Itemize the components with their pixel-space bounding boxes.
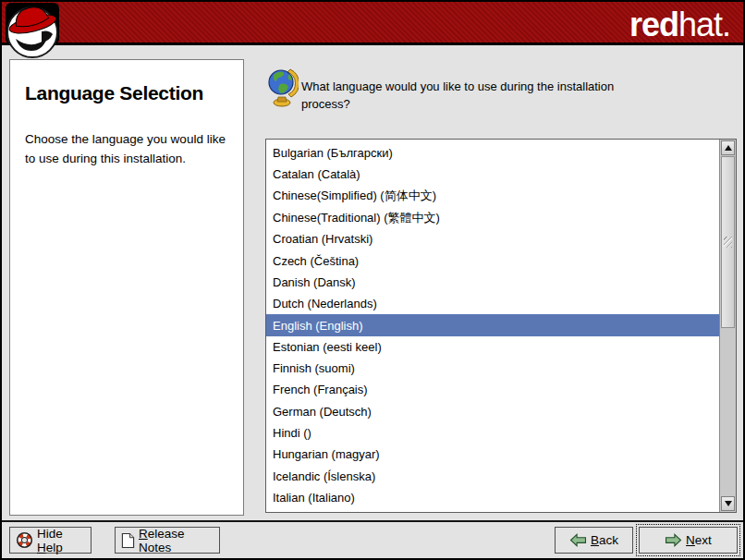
banner: redhat.: [2, 2, 743, 45]
button-label: Back: [591, 533, 618, 547]
help-panel: Language Selection Choose the language y…: [9, 59, 244, 516]
back-arrow-icon: [569, 533, 587, 547]
language-row[interactable]: Bulgarian (Български): [266, 142, 719, 164]
footer-separator: [2, 520, 743, 522]
language-row[interactable]: Finnish (suomi): [266, 358, 719, 379]
hide-help-button[interactable]: Hide Help: [9, 527, 92, 554]
question-text: What language would you like to use duri…: [301, 79, 645, 114]
language-row[interactable]: Dutch (Nederlands): [266, 293, 719, 314]
language-row[interactable]: English (English): [266, 314, 719, 335]
redhat-wordmark: redhat.: [629, 7, 730, 43]
page-title: Language Selection: [25, 82, 228, 104]
scrollbar[interactable]: [719, 140, 736, 512]
language-row[interactable]: French (Français): [266, 379, 719, 400]
language-row[interactable]: Danish (Dansk): [266, 272, 719, 293]
next-arrow-icon: [665, 533, 682, 547]
language-list: Bulgarian (Български)Catalan (Català)Chi…: [265, 139, 737, 513]
language-row[interactable]: German (Deutsch): [266, 401, 719, 422]
button-label: Release Notes: [139, 527, 214, 554]
language-row[interactable]: Croatian (Hrvatski): [266, 228, 719, 250]
language-row[interactable]: Icelandic (Íslenska): [266, 465, 719, 486]
button-label: Next: [686, 533, 712, 547]
globe-icon: [267, 67, 299, 107]
brand-rest: hat.: [678, 6, 730, 43]
installer-window: redhat. Language Selection Choose the la…: [0, 0, 745, 560]
language-row[interactable]: Estonian (eesti keel): [266, 336, 719, 358]
life-preserver-icon: [16, 531, 33, 549]
language-row[interactable]: Hindi (): [266, 422, 719, 444]
arrow-up-icon: [725, 145, 732, 151]
language-list-rows[interactable]: Bulgarian (Български)Catalan (Català)Chi…: [266, 140, 719, 512]
language-row[interactable]: Hungarian (magyar): [266, 444, 719, 465]
help-text: Choose the language you would like to us…: [25, 130, 228, 169]
scrollbar-thumb[interactable]: [721, 156, 735, 328]
document-icon: [121, 532, 135, 549]
language-row[interactable]: Italian (Italiano): [266, 487, 719, 508]
next-button-focus-ring: Next: [636, 524, 740, 556]
scroll-down-button[interactable]: [721, 496, 735, 511]
language-row[interactable]: Chinese(Traditional) (繁體中文): [266, 207, 719, 228]
button-label: Hide Help: [37, 527, 85, 554]
arrow-down-icon: [725, 501, 732, 506]
release-notes-button[interactable]: Release Notes: [115, 527, 220, 554]
scroll-up-button[interactable]: [721, 140, 735, 155]
language-row[interactable]: Chinese(Simplified) (简体中文): [266, 186, 719, 207]
next-button[interactable]: Next: [639, 527, 738, 554]
scrollbar-grip-icon: [724, 237, 732, 248]
back-button[interactable]: Back: [555, 527, 633, 554]
language-row[interactable]: Czech (Čeština): [266, 250, 719, 271]
redhat-shadowman-icon: [5, 2, 62, 59]
language-row[interactable]: Catalan (Català): [266, 164, 719, 185]
brand-bold: red: [629, 6, 678, 43]
